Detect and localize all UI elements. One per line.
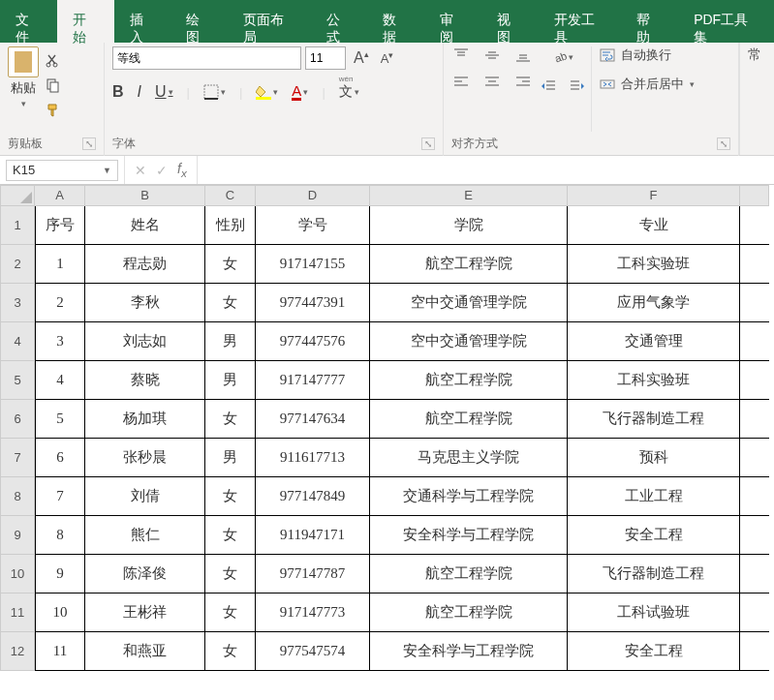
font-color-button[interactable]: A▾ [292,84,308,101]
cell[interactable]: 工科实验班 [568,245,740,284]
row-header-10[interactable]: 10 [0,555,35,593]
cell[interactable]: 交通科学与工程学院 [370,477,568,516]
cell[interactable]: 女 [205,245,256,284]
row-header-6[interactable]: 6 [0,400,35,439]
align-top-icon[interactable] [451,46,471,64]
cell[interactable]: 应用气象学 [568,284,740,322]
align-middle-icon[interactable] [482,46,502,64]
cell[interactable]: 张秒晨 [85,439,205,477]
cell[interactable] [740,477,769,516]
cell[interactable]: 刘倩 [85,477,205,516]
cell[interactable] [740,439,769,477]
italic-button[interactable]: I [138,83,141,101]
align-center-icon[interactable] [482,74,502,91]
border-button[interactable]: ▾ [203,84,226,100]
increase-font-icon[interactable]: A▴ [350,49,373,67]
tab-6[interactable]: 数据 [367,0,424,43]
cell[interactable]: 8 [35,516,85,555]
align-right-icon[interactable] [513,74,533,91]
row-header-9[interactable]: 9 [0,516,35,555]
phonetic-button[interactable]: wén文▾ [339,83,359,101]
name-box[interactable]: K15 ▼ [6,160,118,181]
cell[interactable]: 911617713 [256,439,370,477]
cell[interactable]: 王彬祥 [85,593,205,632]
cell[interactable]: 专业 [568,206,740,245]
alignment-launcher-icon[interactable]: ⤡ [717,137,730,150]
cell[interactable]: 977147849 [256,477,370,516]
cell[interactable]: 女 [205,284,256,322]
cell[interactable] [740,206,769,245]
cell[interactable]: 男 [205,439,256,477]
decrease-font-icon[interactable]: A▾ [377,50,398,66]
cell[interactable] [740,632,769,671]
cell[interactable]: 工科试验班 [568,593,740,632]
cell[interactable]: 刘志如 [85,322,205,361]
cell[interactable] [740,245,769,284]
cell[interactable]: 女 [205,632,256,671]
tab-11[interactable]: PDF工具集 [678,0,774,43]
cell[interactable]: 4 [35,361,85,400]
cell[interactable]: 安全工程 [568,632,740,671]
cell[interactable]: 917147773 [256,593,370,632]
cell[interactable]: 马克思主义学院 [370,439,568,477]
cell[interactable]: 5 [35,400,85,439]
col-header-overflow[interactable] [740,185,769,206]
paste-dropdown-icon[interactable]: ▾ [21,99,26,108]
cell[interactable]: 女 [205,516,256,555]
align-left-icon[interactable] [451,74,471,91]
col-header-B[interactable]: B [85,185,205,206]
orientation-button[interactable]: ab▾ [539,48,587,66]
cell[interactable]: 安全工程 [568,516,740,555]
cell[interactable]: 性别 [205,206,256,245]
tab-4[interactable]: 页面布局 [228,0,311,43]
cell[interactable]: 1 [35,245,85,284]
cell[interactable]: 航空工程学院 [370,400,568,439]
cell[interactable]: 预科 [568,439,740,477]
cell[interactable]: 7 [35,477,85,516]
col-header-F[interactable]: F [568,185,740,206]
cell[interactable]: 11 [35,632,85,671]
cell[interactable]: 男 [205,322,256,361]
cell[interactable]: 和燕亚 [85,632,205,671]
row-header-4[interactable]: 4 [0,322,35,361]
cell[interactable]: 977447391 [256,284,370,322]
cell[interactable]: 陈泽俊 [85,555,205,593]
cell[interactable]: 安全科学与工程学院 [370,516,568,555]
cut-icon[interactable] [43,50,64,70]
cell[interactable]: 熊仁 [85,516,205,555]
tab-8[interactable]: 视图 [481,0,539,43]
row-header-7[interactable]: 7 [0,439,35,477]
cell[interactable]: 飞行器制造工程 [568,400,740,439]
cell[interactable]: 977147787 [256,555,370,593]
cell[interactable] [740,361,769,400]
cell[interactable]: 10 [35,593,85,632]
formula-input[interactable] [198,156,774,184]
cell[interactable]: 977147634 [256,400,370,439]
row-header-11[interactable]: 11 [0,593,35,632]
cell[interactable]: 977447576 [256,322,370,361]
cell[interactable]: 2 [35,284,85,322]
cell[interactable]: 交通管理 [568,322,740,361]
fill-color-button[interactable]: ▾ [256,84,278,100]
tab-7[interactable]: 审阅 [424,0,481,43]
col-header-C[interactable]: C [205,185,256,206]
cell[interactable]: 工业工程 [568,477,740,516]
cell[interactable]: 学号 [256,206,370,245]
font-size-input[interactable] [305,46,346,70]
cell[interactable] [740,400,769,439]
cell[interactable]: 李秋 [85,284,205,322]
bold-button[interactable]: B [112,83,124,101]
merge-center-button[interactable]: 合并后居中 ▾ [600,76,695,93]
cell[interactable]: 977547574 [256,632,370,671]
col-header-D[interactable]: D [256,185,370,206]
cell[interactable]: 航空工程学院 [370,361,568,400]
row-header-5[interactable]: 5 [0,361,35,400]
tab-5[interactable]: 公式 [311,0,368,43]
select-all-corner[interactable] [0,185,35,206]
cell[interactable]: 程志勋 [85,245,205,284]
cell[interactable]: 女 [205,593,256,632]
increase-indent-icon[interactable] [568,77,587,95]
tab-3[interactable]: 绘图 [170,0,228,43]
cell[interactable]: 女 [205,555,256,593]
row-header-2[interactable]: 2 [0,245,35,284]
